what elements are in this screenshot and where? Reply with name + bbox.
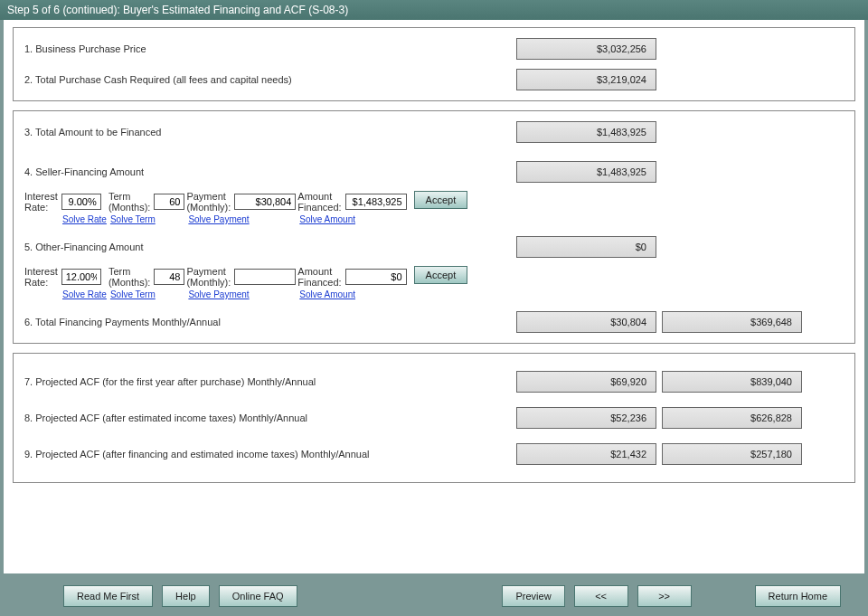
label-line5: 5. Other-Financing Amount bbox=[24, 242, 513, 252]
other-solve-pay-link[interactable]: Solve Payment bbox=[188, 289, 249, 299]
prev-button[interactable]: << bbox=[574, 585, 628, 607]
seller-amt-label: AmountFinanced: bbox=[297, 191, 341, 213]
value-line5: $0 bbox=[516, 236, 656, 258]
seller-solve-term-link[interactable]: Solve Term bbox=[110, 214, 156, 224]
other-rate-label: InterestRate: bbox=[24, 266, 58, 288]
value-line1: $3,032,256 bbox=[516, 38, 656, 60]
label-line1: 1. Business Purchase Price bbox=[24, 43, 513, 54]
value-line2: $3,219,024 bbox=[516, 69, 656, 90]
seller-pay-label: Payment(Monthly): bbox=[186, 191, 231, 213]
label-line2: 2. Total Purchase Cash Required (all fee… bbox=[24, 74, 513, 85]
other-pay-label: Payment(Monthly): bbox=[186, 266, 231, 288]
label-line6: 6. Total Financing Payments Monthly/Annu… bbox=[24, 317, 513, 327]
label-line3: 3. Total Amount to be Financed bbox=[24, 127, 513, 137]
seller-term-label: Term(Months): bbox=[108, 191, 150, 213]
label-line8: 8. Projected ACF (after estimated income… bbox=[24, 412, 513, 423]
label-line4: 4. Seller-Financing Amount bbox=[24, 166, 513, 177]
title-bar: Step 5 of 6 (continued): Buyer's Estimat… bbox=[0, 0, 868, 20]
value-line8-monthly: $52,236 bbox=[516, 407, 656, 429]
other-solve-term-link[interactable]: Solve Term bbox=[110, 289, 156, 299]
value-line7-monthly: $69,920 bbox=[516, 371, 656, 393]
seller-term-input[interactable] bbox=[154, 194, 184, 210]
value-line4: $1,483,925 bbox=[516, 161, 656, 183]
section-projected-acf: 7. Projected ACF (for the first year aft… bbox=[13, 353, 855, 483]
value-line9-monthly: $21,432 bbox=[516, 443, 656, 465]
online-faq-button[interactable]: Online FAQ bbox=[219, 585, 297, 607]
other-amt-label: AmountFinanced: bbox=[297, 266, 341, 288]
seller-solve-amt-link[interactable]: Solve Amount bbox=[299, 214, 355, 224]
value-line3: $1,483,925 bbox=[516, 121, 656, 143]
other-financing-row: InterestRate: Solve Rate Term(Months): S… bbox=[24, 266, 844, 299]
seller-solve-pay-link[interactable]: Solve Payment bbox=[188, 214, 249, 224]
label-line9: 9. Projected ACF (after financing and es… bbox=[24, 449, 513, 460]
seller-solve-rate-link[interactable]: Solve Rate bbox=[62, 214, 107, 224]
return-home-button[interactable]: Return Home bbox=[755, 585, 841, 607]
seller-accept-button[interactable]: Accept bbox=[414, 191, 468, 209]
next-button[interactable]: >> bbox=[637, 585, 692, 607]
seller-amt-input[interactable] bbox=[345, 194, 407, 210]
help-button[interactable]: Help bbox=[162, 585, 210, 607]
bottom-bar: Read Me First Help Online FAQ Preview <<… bbox=[0, 573, 868, 611]
preview-button[interactable]: Preview bbox=[502, 585, 564, 607]
value-line6-annual: $369,648 bbox=[662, 311, 802, 333]
value-line8-annual: $626,828 bbox=[662, 407, 802, 429]
seller-financing-row: InterestRate: Solve Rate Term(Months): S… bbox=[24, 191, 844, 224]
value-line6-monthly: $30,804 bbox=[516, 311, 656, 333]
other-rate-input[interactable] bbox=[61, 269, 101, 285]
value-line7-annual: $839,040 bbox=[662, 371, 802, 393]
seller-rate-input[interactable] bbox=[61, 194, 101, 210]
value-line9-annual: $257,180 bbox=[662, 443, 802, 465]
other-solve-rate-link[interactable]: Solve Rate bbox=[62, 289, 107, 299]
section-purchase: 1. Business Purchase Price $3,032,256 2.… bbox=[13, 27, 855, 101]
other-term-input[interactable] bbox=[154, 269, 184, 285]
seller-rate-label: InterestRate: bbox=[24, 191, 58, 213]
read-me-first-button[interactable]: Read Me First bbox=[63, 585, 153, 607]
label-line7: 7. Projected ACF (for the first year aft… bbox=[24, 376, 513, 387]
other-accept-button[interactable]: Accept bbox=[414, 266, 468, 284]
section-financing: 3. Total Amount to be Financed $1,483,92… bbox=[13, 110, 855, 344]
other-pay-input[interactable] bbox=[234, 269, 296, 285]
other-solve-amt-link[interactable]: Solve Amount bbox=[299, 289, 355, 299]
other-term-label: Term(Months): bbox=[108, 266, 150, 288]
seller-pay-input[interactable] bbox=[234, 194, 296, 210]
page-title: Step 5 of 6 (continued): Buyer's Estimat… bbox=[7, 4, 348, 16]
content-area: 1. Business Purchase Price $3,032,256 2.… bbox=[4, 20, 864, 573]
other-amt-input[interactable] bbox=[345, 269, 407, 285]
